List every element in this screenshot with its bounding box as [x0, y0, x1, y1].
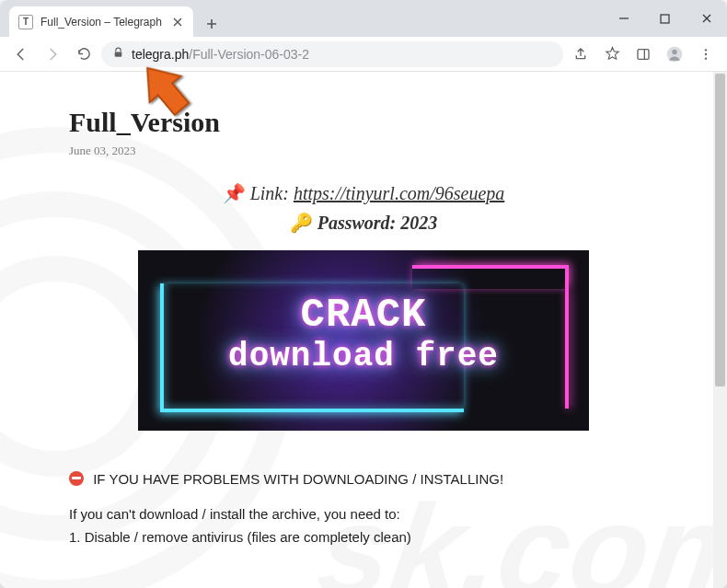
banner-line1: CRACK	[138, 294, 589, 335]
password-value: 2023	[400, 213, 437, 233]
password-label: Password:	[317, 213, 397, 233]
svg-rect-2	[638, 49, 649, 59]
maximize-button[interactable]	[644, 5, 686, 32]
intro-text: If you can't download / install the arch…	[69, 502, 658, 526]
svg-rect-1	[115, 52, 122, 56]
forward-button[interactable]	[39, 40, 66, 68]
kebab-menu-button[interactable]	[692, 40, 720, 68]
scrollbar-thumb[interactable]	[715, 74, 725, 386]
warning-text: IF YOU HAVE PROBLEMS WITH DOWNLOADING / …	[93, 471, 503, 487]
troubleshooting-section: IF YOU HAVE PROBLEMS WITH DOWNLOADING / …	[69, 467, 658, 549]
back-button[interactable]	[7, 40, 35, 68]
banner-line2: download free	[138, 340, 589, 374]
bookmark-button[interactable]	[598, 40, 626, 68]
link-label: Link:	[250, 183, 289, 203]
article: Full_Version June 03, 2023 📌 Link: https…	[69, 72, 658, 549]
no-entry-icon	[69, 471, 84, 486]
profile-button[interactable]	[661, 40, 688, 68]
tab-title: Full_Version – Telegraph	[40, 16, 164, 29]
page-viewport: Full_Version June 03, 2023 📌 Link: https…	[0, 72, 727, 588]
browser-toolbar: telegra.ph/Full-Version-06-03-2	[0, 37, 727, 72]
reload-button[interactable]	[70, 40, 98, 68]
telegraph-favicon: T	[18, 15, 33, 29]
publish-date: June 03, 2023	[69, 144, 658, 158]
title-bar: T Full_Version – Telegraph	[0, 0, 727, 37]
window-close-button[interactable]	[686, 5, 727, 32]
download-link[interactable]: https://tinyurl.com/96seuepa	[294, 183, 504, 203]
side-panel-button[interactable]	[629, 40, 657, 68]
new-tab-button[interactable]	[199, 11, 225, 37]
svg-point-7	[705, 57, 707, 59]
url-text: telegra.ph/Full-Version-06-03-2	[132, 47, 309, 62]
minimize-button[interactable]	[603, 5, 644, 32]
svg-point-4	[672, 49, 676, 53]
svg-point-5	[705, 49, 707, 51]
address-bar[interactable]: telegra.ph/Full-Version-06-03-2	[101, 41, 563, 67]
step-1: 1. Disable / remove antivirus (files are…	[69, 525, 658, 549]
key-icon: 🔑	[290, 213, 313, 233]
close-tab-icon[interactable]	[171, 16, 184, 29]
crack-banner: CRACK download free	[138, 250, 589, 431]
lock-icon	[112, 47, 124, 62]
scrollbar[interactable]	[713, 72, 727, 588]
page-title: Full_Version	[69, 107, 658, 138]
thumbtack-icon: 📌	[223, 183, 246, 203]
svg-rect-0	[661, 15, 669, 23]
share-button[interactable]	[567, 40, 594, 68]
svg-point-6	[705, 52, 707, 54]
browser-tab[interactable]: T Full_Version – Telegraph	[9, 6, 193, 37]
